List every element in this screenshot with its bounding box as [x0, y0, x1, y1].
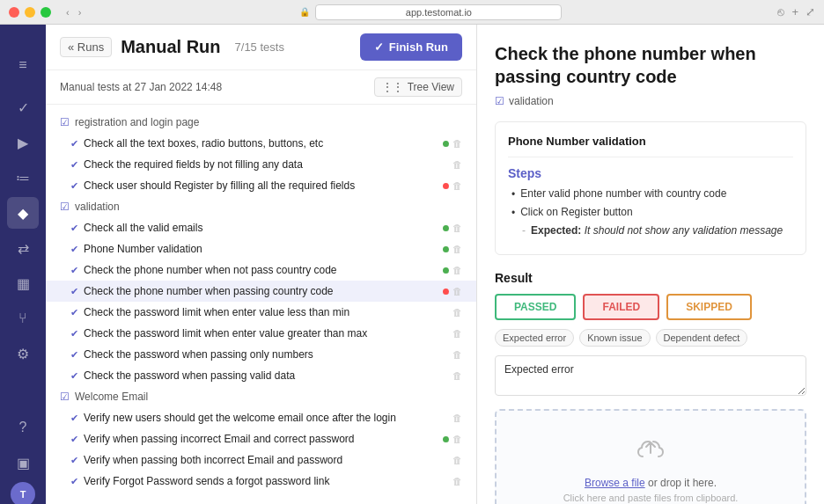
trash-icon[interactable]: 🗑: [452, 286, 462, 296]
back-arrow[interactable]: ‹: [63, 6, 72, 18]
resize-icon[interactable]: ⤢: [806, 5, 815, 18]
trash-icon[interactable]: 🗑: [452, 138, 462, 149]
test-item[interactable]: ✔ Check user should Register by filling …: [46, 175, 476, 196]
test-item[interactable]: ✔ Verify Forgot Password sends a forgot …: [46, 471, 476, 492]
trash-icon[interactable]: 🗑: [452, 159, 462, 170]
trash-icon[interactable]: 🗑: [452, 434, 462, 444]
test-item[interactable]: ✔ Check the required fields by not filli…: [46, 154, 476, 175]
sidebar-item-gear[interactable]: ⚙: [7, 338, 39, 369]
expected-prefix: Expected:: [531, 224, 581, 237]
url-bar[interactable]: app.testomat.io: [315, 4, 562, 20]
sidebar-item-branch[interactable]: ⑂: [7, 303, 39, 334]
finish-run-button[interactable]: ✓ Finish Run: [360, 33, 462, 61]
test-actions: 🗑: [443, 223, 462, 233]
maximize-dot[interactable]: [40, 7, 51, 18]
bullet: •: [511, 188, 515, 201]
trash-icon[interactable]: 🗑: [452, 413, 462, 423]
close-dot[interactable]: [9, 7, 19, 18]
plus-icon[interactable]: +: [791, 5, 798, 18]
test-item[interactable]: ✔ Check all the valid emails 🗑: [46, 217, 476, 238]
upload-zone[interactable]: Browse a file or drop it here. Click her…: [495, 409, 806, 504]
test-actions: 🗑: [443, 370, 462, 381]
trash-icon[interactable]: 🗑: [452, 223, 462, 233]
sidebar-item-import[interactable]: ⇄: [7, 232, 39, 264]
test-count: 7/15 tests: [235, 40, 284, 54]
avatar[interactable]: T: [11, 482, 35, 504]
test-item[interactable]: ✔ Phone Number validation 🗑: [46, 238, 476, 259]
trash-icon[interactable]: 🗑: [452, 244, 462, 254]
tag-known-issue[interactable]: Known issue: [579, 329, 650, 347]
test-item-active[interactable]: ✔ Check the phone number when passing co…: [46, 281, 476, 302]
test-label: Check all the valid emails: [84, 222, 438, 234]
sidebar-item-folder[interactable]: ▣: [7, 447, 39, 478]
step-1: • Enter valid phone number with country …: [508, 187, 793, 201]
test-item[interactable]: ✔ Check the password limit when enter va…: [46, 323, 476, 344]
test-item[interactable]: ✔ Check the phone number when not pass c…: [46, 259, 476, 281]
sidebar-item-menu[interactable]: ≡: [7, 49, 39, 81]
upload-icon: [635, 432, 666, 470]
sidebar-item-play[interactable]: ▶: [7, 127, 39, 158]
share-icon[interactable]: ⎋: [777, 5, 784, 18]
test-label: Check user should Register by filling al…: [84, 179, 438, 192]
section-check-icon: ☑: [60, 116, 70, 128]
test-item[interactable]: ✔ Check the password limit when enter va…: [46, 302, 476, 323]
status-dot: [443, 310, 449, 316]
test-actions: 🗑: [443, 349, 462, 360]
trash-icon[interactable]: 🗑: [452, 307, 462, 318]
sidebar-item-list[interactable]: ≔: [7, 162, 39, 194]
timestamp-label: Manual tests at 27 Jan 2022 14:48: [60, 81, 222, 93]
check-icon: ✔: [70, 286, 78, 297]
forward-arrow[interactable]: ›: [76, 6, 85, 18]
sidebar-item-diamond[interactable]: ◆: [7, 197, 39, 229]
right-panel: Check the phone number when passing coun…: [477, 25, 824, 504]
test-item[interactable]: ✔ Verify when passing both incorrect Ema…: [46, 449, 476, 471]
section-label: validation: [75, 201, 120, 213]
top-bar: Manual tests at 27 Jan 2022 14:48 ⋮⋮ Tre…: [46, 70, 476, 105]
expected-error-textarea[interactable]: Expected error: [495, 355, 806, 396]
failed-button[interactable]: FAILED: [583, 294, 659, 320]
passed-button[interactable]: PASSED: [495, 294, 576, 320]
tag-expected-error[interactable]: Expected error: [495, 329, 574, 347]
check-icon: ✔: [70, 370, 78, 382]
divider: [508, 157, 793, 157]
test-actions: 🗑: [443, 476, 462, 486]
trash-icon[interactable]: 🗑: [452, 455, 462, 465]
trash-icon[interactable]: 🗑: [452, 370, 462, 381]
test-item[interactable]: ✔ Check the password when passing valid …: [46, 365, 476, 386]
tree-view-button[interactable]: ⋮⋮ Tree View: [374, 77, 462, 97]
section-welcome[interactable]: ☑ Welcome Email: [46, 386, 476, 407]
trash-icon[interactable]: 🗑: [452, 328, 462, 339]
step-2: • Click on Register button: [508, 206, 793, 219]
trash-icon[interactable]: 🗑: [452, 180, 462, 191]
test-item[interactable]: ✔ Verify new users should get the welcom…: [46, 407, 476, 428]
test-actions: 🗑: [443, 265, 462, 275]
section-validation[interactable]: ☑ validation: [46, 196, 476, 217]
sidebar-item-chart[interactable]: ▦: [7, 267, 39, 299]
test-details-card: Phone Number validation Steps • Enter va…: [495, 121, 806, 255]
test-item[interactable]: ✔ Verify when passing incorrect Email an…: [46, 428, 476, 449]
step-text: Enter valid phone number with country co…: [520, 187, 726, 200]
test-label: Check the required fields by not filling…: [84, 158, 438, 171]
check-icon: ✔: [70, 244, 78, 255]
check-icon: ✔: [70, 138, 78, 150]
tag-dependent-defect[interactable]: Dependent defect: [656, 329, 748, 347]
minimize-dot[interactable]: [25, 7, 35, 18]
test-item[interactable]: ✔ Check all the text boxes, radio button…: [46, 133, 476, 154]
trash-icon[interactable]: 🗑: [452, 349, 462, 360]
test-actions: 🗑: [443, 244, 462, 254]
test-item[interactable]: ✔ Check the password when passing only n…: [46, 344, 476, 365]
nav-arrows: ‹ ›: [63, 6, 84, 18]
trash-icon[interactable]: 🗑: [452, 476, 462, 486]
trash-icon[interactable]: 🗑: [452, 265, 462, 275]
browse-link[interactable]: Browse a file: [585, 477, 645, 489]
section-registration[interactable]: ☑ registration and login page: [46, 112, 476, 133]
section-label: registration and login page: [75, 116, 199, 128]
runs-button[interactable]: « Runs: [60, 37, 112, 57]
page-title: Manual Run: [121, 37, 220, 57]
test-actions: 🗑: [443, 138, 462, 149]
tree-icon: ⋮⋮: [382, 81, 403, 93]
skipped-button[interactable]: SKIPPED: [666, 294, 752, 320]
sidebar-item-question[interactable]: ?: [7, 412, 39, 443]
sidebar-item-check[interactable]: ✓: [7, 91, 39, 123]
status-dot: [443, 415, 449, 421]
